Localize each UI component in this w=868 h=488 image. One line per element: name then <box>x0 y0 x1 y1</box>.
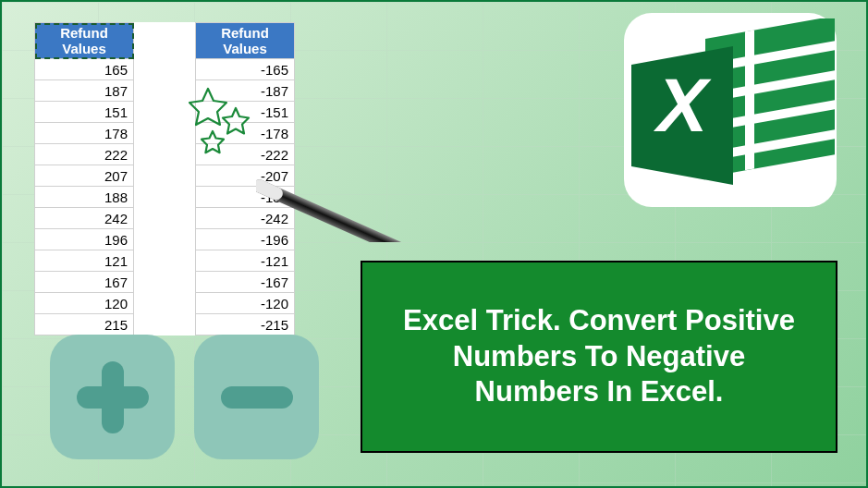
svg-rect-0 <box>256 177 467 242</box>
cell-pos[interactable]: 196 <box>35 229 134 250</box>
cell-pos[interactable]: 167 <box>35 272 134 293</box>
cell-neg[interactable]: -167 <box>196 272 295 293</box>
cell-pos[interactable]: 215 <box>35 314 134 336</box>
stars-icon <box>182 85 265 159</box>
cell-pos[interactable]: 151 <box>35 102 134 123</box>
title-text: Excel Trick. Convert Positive Numbers To… <box>388 303 810 410</box>
cell-pos[interactable]: 242 <box>35 208 134 229</box>
col-header-negative[interactable]: Refund Values <box>196 23 295 59</box>
cell-pos[interactable]: 120 <box>35 293 134 314</box>
plus-icon <box>50 335 175 459</box>
minus-icon <box>194 335 319 459</box>
svg-rect-1 <box>256 177 285 202</box>
excel-logo-icon: X <box>624 13 837 207</box>
spacer <box>134 23 196 59</box>
wand-icon <box>256 131 487 242</box>
cell-pos[interactable]: 178 <box>35 123 134 144</box>
cell-pos[interactable]: 121 <box>35 250 134 272</box>
cell-neg[interactable]: -215 <box>196 314 295 336</box>
cell-pos[interactable]: 188 <box>35 187 134 208</box>
cell-neg[interactable]: -165 <box>196 59 295 80</box>
title-banner: Excel Trick. Convert Positive Numbers To… <box>361 261 837 453</box>
cell-pos[interactable]: 165 <box>35 59 134 80</box>
col-header-positive[interactable]: Refund Values <box>35 23 134 59</box>
cell-neg[interactable]: -120 <box>196 293 295 314</box>
svg-text:X: X <box>654 63 712 147</box>
cell-pos[interactable]: 187 <box>35 80 134 102</box>
cell-neg[interactable]: -121 <box>196 250 295 272</box>
cell-pos[interactable]: 222 <box>35 144 134 165</box>
cell-pos[interactable]: 207 <box>35 165 134 187</box>
